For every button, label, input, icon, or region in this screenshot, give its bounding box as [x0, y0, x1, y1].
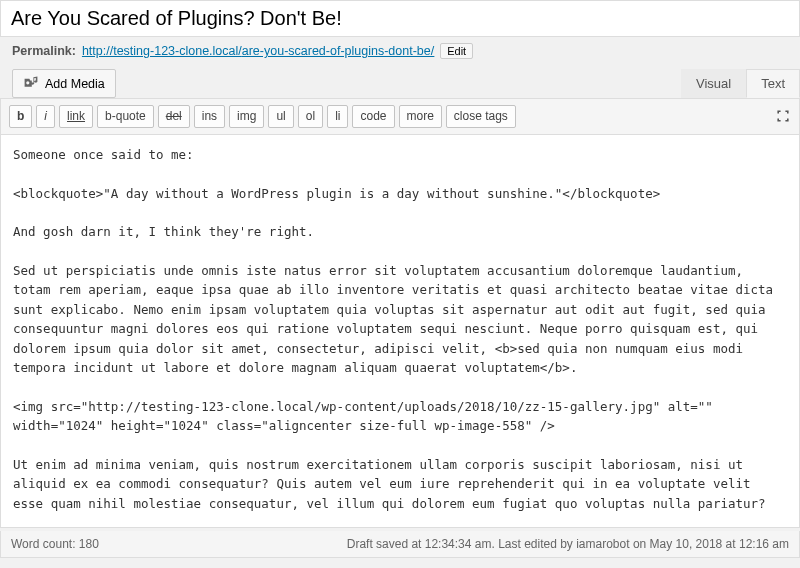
qt-ol-button[interactable]: ol — [298, 105, 323, 128]
qt-close-tags-button[interactable]: close tags — [446, 105, 516, 128]
qt-img-button[interactable]: img — [229, 105, 264, 128]
qt-li-button[interactable]: li — [327, 105, 348, 128]
qt-ul-button[interactable]: ul — [268, 105, 293, 128]
editor-tabs: Visual Text — [681, 69, 800, 98]
qt-del-button[interactable]: del — [158, 105, 190, 128]
content-textarea[interactable] — [0, 135, 800, 528]
permalink-row: Permalink: http://testing-123-clone.loca… — [0, 37, 800, 65]
permalink-link[interactable]: http://testing-123-clone.local/are-you-s… — [82, 44, 434, 58]
save-status: Draft saved at 12:34:34 am. Last edited … — [347, 537, 789, 551]
qt-blockquote-button[interactable]: b-quote — [97, 105, 154, 128]
post-title-input[interactable] — [0, 0, 800, 37]
permalink-label: Permalink: — [12, 44, 76, 58]
qt-ins-button[interactable]: ins — [194, 105, 225, 128]
qt-bold-button[interactable]: b — [9, 105, 32, 128]
tab-text[interactable]: Text — [746, 69, 800, 98]
camera-music-icon — [23, 74, 39, 93]
qt-link-button[interactable]: link — [59, 105, 93, 128]
qt-code-button[interactable]: code — [352, 105, 394, 128]
fullscreen-icon[interactable] — [775, 108, 791, 124]
status-bar: Word count: 180 Draft saved at 12:34:34 … — [0, 531, 800, 558]
word-count: Word count: 180 — [11, 537, 99, 551]
edit-permalink-button[interactable]: Edit — [440, 43, 473, 59]
quicktags-toolbar: b i link b-quote del ins img ul ol li co… — [0, 98, 800, 135]
tab-visual[interactable]: Visual — [681, 69, 746, 98]
add-media-label: Add Media — [45, 77, 105, 91]
qt-italic-button[interactable]: i — [36, 105, 55, 128]
qt-more-button[interactable]: more — [399, 105, 442, 128]
add-media-button[interactable]: Add Media — [12, 69, 116, 98]
